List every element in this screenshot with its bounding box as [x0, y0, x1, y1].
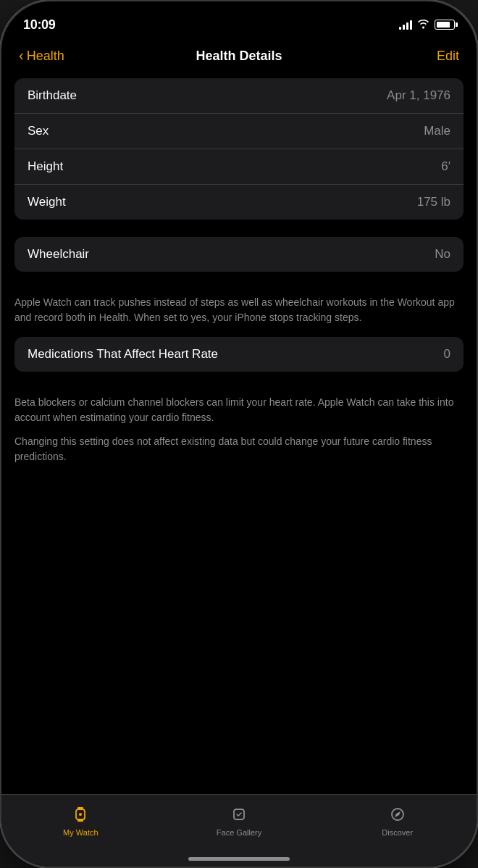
- birthdate-value: Apr 1, 1976: [387, 88, 450, 103]
- page-title: Health Details: [196, 49, 282, 64]
- height-label: Height: [28, 159, 63, 174]
- svg-point-3: [79, 813, 82, 816]
- medications-desc-1: Beta blockers or calcium channel blocker…: [14, 395, 464, 425]
- birthdate-label: Birthdate: [28, 88, 77, 103]
- face-gallery-icon: [228, 804, 250, 825]
- dynamic-island: [193, 10, 285, 36]
- wheelchair-description: Apple Watch can track pushes instead of …: [1, 289, 477, 337]
- sex-value: Male: [424, 124, 450, 138]
- wheelchair-value: No: [435, 247, 450, 262]
- medications-value: 0: [444, 347, 450, 362]
- birthdate-row[interactable]: Birthdate Apr 1, 1976: [14, 78, 464, 114]
- phone-frame: 10:09: [0, 0, 478, 868]
- medications-desc-2: Changing this setting does not affect ex…: [14, 434, 464, 464]
- status-time: 10:09: [23, 17, 56, 33]
- edit-button[interactable]: Edit: [437, 49, 459, 64]
- wifi-icon: [417, 19, 429, 31]
- phone-screen: 10:09: [1, 1, 477, 867]
- medications-section: Medications That Affect Heart Rate 0: [14, 337, 464, 372]
- medications-row[interactable]: Medications That Affect Heart Rate 0: [14, 337, 464, 372]
- signal-bars-icon: [399, 20, 412, 30]
- sex-label: Sex: [28, 124, 49, 138]
- nav-bar: ‹ Health Health Details Edit: [1, 42, 477, 72]
- weight-value: 175 lb: [417, 195, 450, 209]
- wheelchair-row[interactable]: Wheelchair No: [14, 237, 464, 272]
- height-value: 6′: [441, 159, 450, 174]
- discover-icon: [387, 804, 408, 825]
- home-indicator: [188, 857, 290, 861]
- sex-row[interactable]: Sex Male: [14, 114, 464, 149]
- tab-my-watch[interactable]: My Watch: [1, 804, 160, 837]
- tab-face-gallery[interactable]: Face Gallery: [160, 804, 319, 837]
- tab-discover[interactable]: Discover: [318, 804, 477, 837]
- svg-marker-6: [395, 811, 401, 817]
- status-icons: [399, 19, 455, 31]
- tab-bar: My Watch Face Gallery: [1, 794, 477, 867]
- my-watch-icon: [70, 804, 91, 825]
- medications-description: Beta blockers or calcium channel blocker…: [1, 389, 477, 476]
- medications-label: Medications That Affect Heart Rate: [28, 347, 218, 362]
- content-area: Birthdate Apr 1, 1976 Sex Male Height 6′…: [1, 72, 477, 482]
- tab-my-watch-label: My Watch: [63, 828, 98, 837]
- back-label: Health: [27, 49, 64, 64]
- chevron-left-icon: ‹: [19, 47, 24, 64]
- height-row[interactable]: Height 6′: [14, 149, 464, 185]
- weight-row[interactable]: Weight 175 lb: [14, 185, 464, 220]
- svg-rect-1: [77, 807, 83, 809]
- health-details-section: Birthdate Apr 1, 1976 Sex Male Height 6′…: [14, 78, 464, 220]
- wheelchair-section: Wheelchair No: [14, 237, 464, 272]
- battery-icon: [435, 20, 455, 30]
- wheelchair-label: Wheelchair: [28, 247, 89, 262]
- svg-rect-2: [77, 819, 83, 822]
- back-button[interactable]: ‹ Health: [19, 48, 64, 64]
- weight-label: Weight: [28, 195, 66, 209]
- tab-face-gallery-label: Face Gallery: [217, 828, 261, 837]
- tab-discover-label: Discover: [382, 828, 413, 837]
